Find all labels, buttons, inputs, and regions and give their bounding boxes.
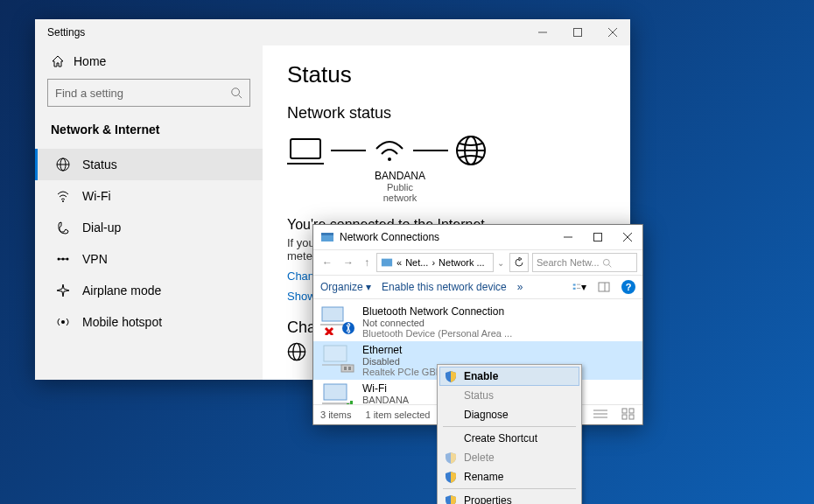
computer-icon — [287, 136, 324, 165]
bluetooth-adapter-icon — [320, 305, 355, 335]
breadcrumb[interactable]: « Net...› Network ... — [376, 253, 494, 272]
menu-properties[interactable]: Properties — [439, 491, 579, 504]
svg-rect-59 — [629, 409, 634, 413]
list-item-bluetooth[interactable]: Bluetooth Network ConnectionNot connecte… — [313, 303, 642, 341]
menu-separator — [443, 488, 576, 489]
svg-point-31 — [603, 259, 609, 265]
menu-diagnose[interactable]: Diagnose — [439, 405, 579, 424]
globe-icon — [455, 135, 487, 166]
nav-vpn[interactable]: VPN — [35, 243, 263, 275]
wifi-adapter-icon — [320, 382, 355, 404]
menu-rename[interactable]: Rename — [439, 467, 579, 486]
status-selected-count: 1 item selected — [365, 410, 430, 420]
menu-enable[interactable]: Enable — [439, 367, 579, 386]
svg-point-14 — [61, 320, 65, 324]
explorer-titlebar: Network Connections — [313, 225, 642, 249]
home-label: Home — [74, 54, 106, 68]
settings-titlebar: Settings — [35, 19, 630, 46]
view-icons-button[interactable] — [621, 408, 635, 422]
svg-rect-48 — [348, 367, 351, 370]
svg-rect-30 — [382, 259, 392, 267]
airplane-icon — [56, 284, 70, 298]
svg-point-17 — [388, 158, 391, 161]
svg-rect-60 — [622, 415, 627, 419]
preview-pane-button[interactable] — [597, 280, 611, 294]
breadcrumb-icon — [381, 256, 393, 269]
up-button[interactable]: ↑ — [361, 256, 373, 269]
maximize-button[interactable] — [560, 19, 595, 46]
shield-icon — [445, 494, 457, 504]
menu-separator — [443, 426, 576, 427]
explorer-close-button[interactable] — [613, 225, 642, 249]
explorer-toolbar: Organize ▾ Enable this network device » … — [313, 276, 642, 299]
wifi-icon — [56, 189, 70, 203]
svg-rect-61 — [629, 415, 634, 419]
menu-label: Rename — [464, 471, 503, 483]
toolbar-overflow[interactable]: » — [517, 281, 523, 293]
svg-rect-34 — [573, 288, 576, 290]
nav-status[interactable]: Status — [35, 149, 263, 180]
adapter-icon — [287, 342, 306, 361]
home-link[interactable]: Home — [35, 46, 263, 75]
close-button[interactable] — [595, 19, 630, 46]
network-status-heading: Network status — [287, 104, 606, 122]
status-icon — [56, 158, 70, 172]
explorer-maximize-button[interactable] — [583, 225, 613, 249]
svg-rect-1 — [574, 29, 582, 37]
breadcrumb-segment[interactable]: Net... — [405, 257, 428, 268]
explorer-minimize-button[interactable] — [553, 225, 583, 249]
svg-rect-44 — [324, 346, 347, 361]
shield-icon — [445, 370, 457, 382]
home-icon — [51, 54, 65, 68]
menu-label: Diagnose — [464, 409, 509, 421]
breadcrumb-segment[interactable]: Network ... — [439, 257, 485, 268]
nav-label: Status — [82, 158, 117, 172]
nav-dialup[interactable]: Dial-up — [35, 212, 263, 243]
refresh-button[interactable] — [509, 253, 529, 272]
view-details-button[interactable] — [593, 408, 607, 422]
nav-label: Mobile hotspot — [82, 315, 162, 329]
network-diagram — [287, 135, 606, 166]
nav-label: Dial-up — [82, 220, 121, 234]
nav-wifi[interactable]: Wi-Fi — [35, 180, 263, 212]
explorer-app-icon — [320, 230, 334, 244]
menu-label: Delete — [464, 452, 495, 464]
search-icon — [230, 87, 242, 99]
shield-icon — [445, 452, 457, 464]
item-name: Ethernet — [362, 344, 472, 356]
svg-rect-27 — [594, 234, 602, 242]
svg-point-4 — [232, 88, 240, 96]
item-name: Bluetooth Network Connection — [362, 305, 512, 318]
help-button[interactable]: ? — [621, 280, 635, 294]
diagram-ssid: BANDANA — [369, 170, 431, 182]
item-status: Not connected — [362, 318, 512, 328]
settings-title: Settings — [47, 26, 85, 38]
enable-device-button[interactable]: Enable this network device — [382, 281, 507, 293]
search-input[interactable]: Find a setting — [47, 79, 250, 107]
search-icon — [602, 258, 612, 268]
back-button[interactable]: ← — [319, 256, 336, 269]
svg-rect-25 — [321, 233, 333, 235]
diagram-type: Public network — [369, 182, 431, 203]
svg-rect-33 — [573, 284, 576, 285]
minimize-button[interactable] — [525, 19, 560, 46]
menu-delete: Delete — [439, 448, 579, 467]
nav-hotspot[interactable]: Mobile hotspot — [35, 306, 263, 338]
status-item-count: 3 items — [320, 410, 351, 420]
organize-button[interactable]: Organize ▾ — [320, 281, 371, 293]
menu-create-shortcut[interactable]: Create Shortcut — [439, 429, 579, 448]
hotspot-icon — [56, 315, 70, 329]
svg-rect-37 — [599, 283, 609, 291]
svg-line-5 — [239, 95, 242, 99]
forward-button[interactable]: → — [340, 256, 357, 269]
svg-point-9 — [62, 200, 64, 202]
svg-rect-47 — [344, 367, 347, 370]
sidebar-section-label: Network & Internet — [35, 116, 263, 144]
vpn-icon — [56, 252, 70, 266]
menu-label: Properties — [464, 494, 512, 504]
explorer-search-input[interactable]: Search Netw... — [532, 253, 637, 272]
item-detail: Bluetooth Device (Personal Area ... — [362, 328, 512, 339]
nav-label: Wi-Fi — [82, 189, 111, 203]
view-options-button[interactable]: ▾ — [572, 280, 586, 294]
nav-airplane[interactable]: Airplane mode — [35, 275, 263, 306]
